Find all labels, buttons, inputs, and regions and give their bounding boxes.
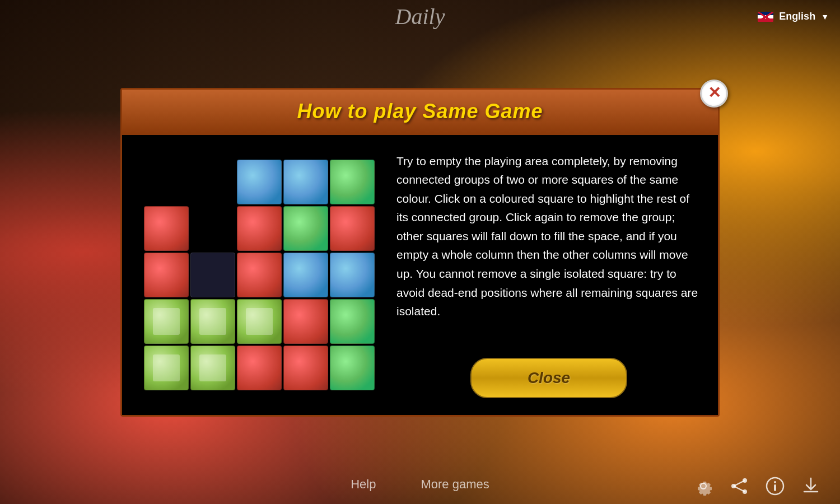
grid-cell	[190, 299, 235, 344]
grid-cell	[237, 206, 282, 251]
bottom-icons	[691, 474, 823, 498]
modal-overlay: ✕ How to play Same Game	[0, 0, 840, 504]
description-container: Try to empty the playing area completely…	[396, 152, 701, 398]
grid-cell	[237, 346, 282, 390]
grid-cell	[330, 206, 375, 251]
svg-point-6	[774, 481, 776, 483]
download-icon[interactable]	[799, 474, 823, 498]
modal-header: How to play Same Game	[122, 90, 718, 135]
grid-cell	[283, 299, 328, 344]
share-icon[interactable]	[727, 474, 752, 498]
grid-cell	[237, 160, 282, 204]
info-icon[interactable]	[763, 474, 787, 498]
game-grid-illustration	[139, 152, 380, 398]
how-to-play-modal: ✕ How to play Same Game	[120, 88, 720, 417]
grid-cell	[330, 253, 375, 297]
more-games-link[interactable]: More games	[421, 477, 489, 492]
grid-cell	[144, 160, 189, 204]
grid-cell	[283, 160, 328, 204]
modal-body: Try to empty the playing area completely…	[122, 135, 718, 415]
description-text: Try to empty the playing area completely…	[396, 152, 701, 321]
grid-cell	[330, 299, 375, 344]
grid-cell	[144, 253, 189, 297]
close-icon: ✕	[708, 85, 721, 101]
grid-cell	[283, 206, 328, 251]
modal-title: How to play Same Game	[297, 100, 543, 123]
grid-cell	[237, 253, 282, 297]
grid-cell	[283, 253, 328, 297]
grid-cell	[330, 346, 375, 390]
svg-line-4	[734, 486, 745, 492]
grid-cell	[190, 253, 235, 297]
grid-cell	[283, 346, 328, 390]
svg-rect-7	[774, 484, 776, 491]
grid-cell	[190, 206, 235, 251]
grid-cell	[144, 206, 189, 251]
svg-line-3	[734, 480, 745, 486]
grid-cell	[144, 346, 189, 390]
grid-cell	[237, 299, 282, 344]
game-grid	[144, 160, 375, 390]
grid-cell	[190, 346, 235, 390]
help-link[interactable]: Help	[351, 477, 376, 492]
grid-cell	[190, 160, 235, 204]
grid-cell	[144, 299, 189, 344]
modal-close-button[interactable]: ✕	[700, 80, 728, 108]
gear-icon[interactable]	[691, 474, 716, 498]
grid-cell	[330, 160, 375, 204]
close-button[interactable]: Close	[470, 358, 627, 398]
